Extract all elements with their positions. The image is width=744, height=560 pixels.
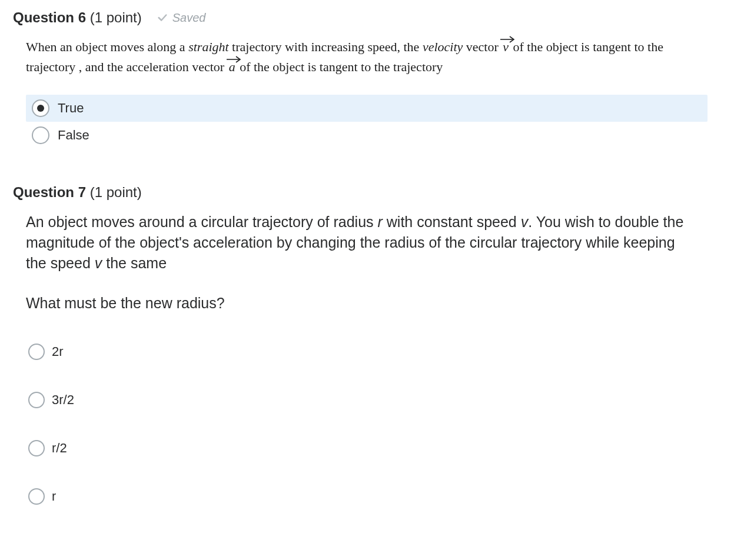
check-icon: [157, 12, 168, 23]
q6-straight: straight: [188, 39, 228, 54]
q7-option-1-label: 3r/2: [52, 392, 74, 408]
saved-badge: Saved: [157, 11, 206, 25]
radio-icon: [28, 344, 45, 360]
radio-icon: [32, 99, 49, 117]
q7-option-2-label: r/2: [52, 441, 67, 456]
q6-number: 6: [78, 9, 86, 25]
radio-icon: [28, 488, 45, 505]
q6-option-true-label: True: [58, 101, 84, 116]
q7-title: Question 7 (1 point): [13, 184, 142, 201]
q7-r1: r: [378, 214, 387, 230]
q7-v1: v: [521, 214, 529, 230]
q6-title: Question 6 (1 point): [13, 9, 142, 26]
saved-label: Saved: [172, 11, 206, 25]
q7-number: 7: [78, 184, 86, 200]
q7-header: Question 7 (1 point): [13, 184, 731, 201]
q7-options: 2r 3r/2 r/2 r: [26, 340, 731, 508]
vector-v: v: [501, 37, 510, 57]
q6-body: When an object moves along a straight tr…: [26, 37, 697, 77]
q6-text-1: When an object moves along a: [26, 39, 188, 54]
page: Question 6 (1 point) Saved When an objec…: [0, 0, 744, 518]
q7-body: An object moves around a circular trajec…: [26, 212, 685, 274]
q7-option-0-label: 2r: [52, 344, 64, 359]
q7-option-2[interactable]: r/2: [26, 436, 731, 460]
radio-icon: [28, 392, 45, 408]
q7-qword: Question: [13, 184, 74, 200]
q7-v2: v: [95, 255, 106, 271]
q7-subquestion: What must be the new radius?: [26, 295, 731, 312]
q6-velocity: velocity: [423, 39, 463, 54]
q7-t1: An object moves around a circular trajec…: [26, 214, 378, 230]
q6-option-false[interactable]: False: [26, 122, 708, 149]
q6-qword: Question: [13, 9, 74, 25]
radio-icon: [28, 440, 45, 456]
q6-option-false-label: False: [58, 128, 89, 143]
q6-header: Question 6 (1 point) Saved: [13, 9, 731, 26]
q7-points: (1 point): [90, 184, 142, 200]
q7-t4: the same: [106, 255, 167, 271]
q7-option-3-label: r: [52, 489, 56, 504]
q6-points: (1 point): [90, 9, 142, 25]
vector-a: a: [228, 57, 237, 77]
q7-option-0[interactable]: 2r: [26, 340, 731, 364]
q7-t2: with constant speed: [387, 214, 521, 230]
q6-text-2: trajectory with increasing speed, the: [229, 39, 423, 54]
q6-text-5: of the object is tangent to the trajecto…: [237, 59, 443, 74]
q7: Question 7 (1 point) An object moves aro…: [13, 184, 731, 508]
vector-arrow-icon: [225, 49, 239, 57]
radio-icon: [32, 126, 49, 144]
q7-option-3[interactable]: r: [26, 485, 731, 508]
vector-arrow-icon: [499, 29, 512, 37]
q6-option-true[interactable]: True: [26, 95, 708, 122]
q6-text-3: vector: [463, 39, 501, 54]
q7-option-1[interactable]: 3r/2: [26, 388, 731, 412]
q6-options: True False: [26, 95, 708, 149]
